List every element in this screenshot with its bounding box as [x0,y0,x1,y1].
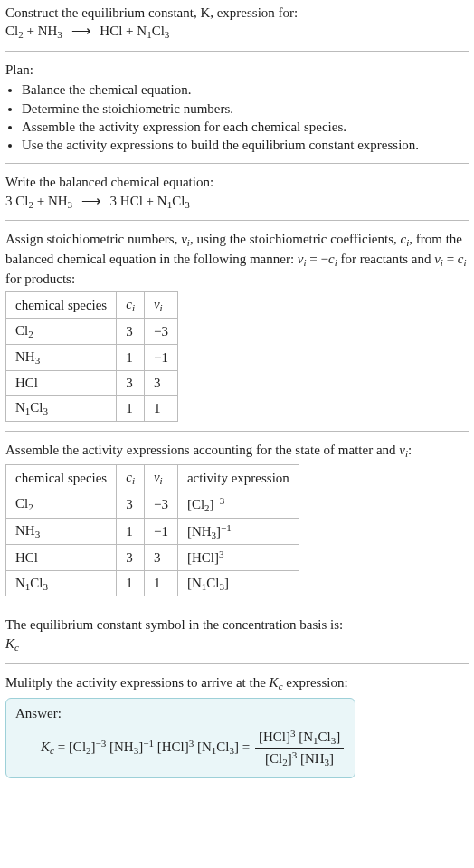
act: [Cl [187,497,204,511]
stoich-table: chemical species ci νi Cl2 3 −3 NH3 1 −1… [5,291,178,422]
cell-nui: −3 [144,491,177,518]
sup: −1 [221,522,232,533]
cell-activity: [NH3]−1 [177,518,299,545]
cell-nui: 1 [144,570,177,596]
divider [5,663,469,664]
sub: 3 [68,199,73,210]
term: Cl [318,730,330,744]
species-hcl: HCl [120,194,143,208]
sub: 3 [57,29,62,40]
divider [5,51,469,52]
K: K [5,636,14,651]
eq: = [54,739,69,753]
term: [N [197,739,212,753]
divider [5,163,469,164]
sub: 2 [28,329,33,339]
table-row: HCl 3 3 [6,370,178,395]
species-cl: Cl [5,24,18,38]
table-header: chemical species ci νi [6,292,178,319]
nu: ν [434,252,441,266]
species-n: N [157,194,167,208]
col-species: chemical species [6,292,117,319]
plus: + [26,24,37,38]
arrow-icon: ⟶ [76,194,107,208]
act: [HCl] [187,550,219,565]
sub: i [464,257,467,268]
table-row: N1Cl3 1 1 [N1Cl3] [6,570,299,596]
sp: N [15,400,25,415]
cell-ci: 1 [117,345,145,371]
species-nh: NH [48,194,68,208]
col-nui: νi [144,464,177,491]
sup: −1 [143,737,154,748]
intro-line1: Construct the equilibrium constant, K, e… [5,5,298,20]
kc-symbol-line: The equilibrium constant symbol in the c… [5,615,469,634]
cell-nui: 3 [144,545,177,570]
plan-item: Balance the chemical equation. [22,81,469,99]
plus: + [126,24,137,38]
cell-ci: 1 [117,396,145,422]
sup: 3 [189,737,194,748]
cell-ci: 3 [117,319,145,345]
c: c [458,252,464,266]
table-row: NH3 1 −1 [NH3]−1 [6,518,299,545]
text: Assign stoichiometric numbers, [5,232,181,246]
cell-nui: 3 [144,370,177,395]
text: expression: [283,675,348,690]
sup: 3 [219,548,224,559]
species-n: N [137,24,147,38]
coef: 3 [5,194,13,208]
answer-box: Answer: Kc = [Cl2]−3 [NH3]−1 [HCl]3 [N1C… [5,698,356,778]
act: [N [187,576,202,590]
sp: HCl [15,376,38,390]
cell-activity: [Cl2]−3 [177,491,299,518]
sub: 3 [185,199,190,210]
sp2: Cl [30,400,43,415]
cell-ci: 1 [117,570,145,596]
answer-expression: Kc = [Cl2]−3 [NH3]−1 [HCl]3 [N1Cl3] = [H… [15,723,346,769]
K: K [41,739,50,753]
cell-ci: 3 [117,545,145,570]
assign-paragraph: Assign stoichiometric numbers, νi, using… [5,230,469,288]
multiply-line: Mulitply the activity expressions to arr… [5,673,469,693]
sp: NH [15,349,35,364]
species-cl: Cl [15,194,28,208]
cell-activity: [N1Cl3] [177,570,299,596]
cell-species: Cl2 [6,319,117,345]
text: Assemble the activity expressions accoun… [5,443,399,457]
table-header: chemical species ci νi activity expressi… [6,464,299,491]
text: = − [307,252,328,266]
term: [Cl [265,751,282,766]
term: [HCl] [259,730,290,744]
plus: + [37,194,48,208]
sub: c [14,642,19,653]
cell-ci: 3 [117,491,145,518]
cell-species: NH3 [6,345,117,371]
term: [N [299,730,313,744]
cell-species: HCl [6,545,117,570]
term: ] [336,730,340,744]
c: c [328,252,335,266]
coef: 3 [110,194,118,208]
sub: 3 [35,355,41,366]
species-cl-part: Cl [172,194,185,208]
text: Mulitply the activity expressions to arr… [5,675,270,690]
cell-species: HCl [6,370,117,395]
cell-nui: −1 [144,518,177,545]
cell-nui: −1 [144,345,177,371]
cell-nui: −3 [144,319,177,345]
K: K [270,675,279,690]
plan-item: Use the activity expressions to build th… [22,136,469,154]
eq: = [242,739,253,753]
table-row: NH3 1 −1 [6,345,178,371]
divider [5,606,469,606]
col-activity: activity expression [177,464,299,491]
sub: 3 [165,29,170,40]
term: Cl [216,739,229,753]
col-ci: ci [117,292,145,319]
plan-list: Balance the chemical equation. Determine… [5,81,469,154]
sup: 3 [292,749,298,760]
term: [NH [300,751,325,766]
numerator: [HCl]3 [N1Cl3] [255,727,344,749]
plus: + [147,194,157,208]
